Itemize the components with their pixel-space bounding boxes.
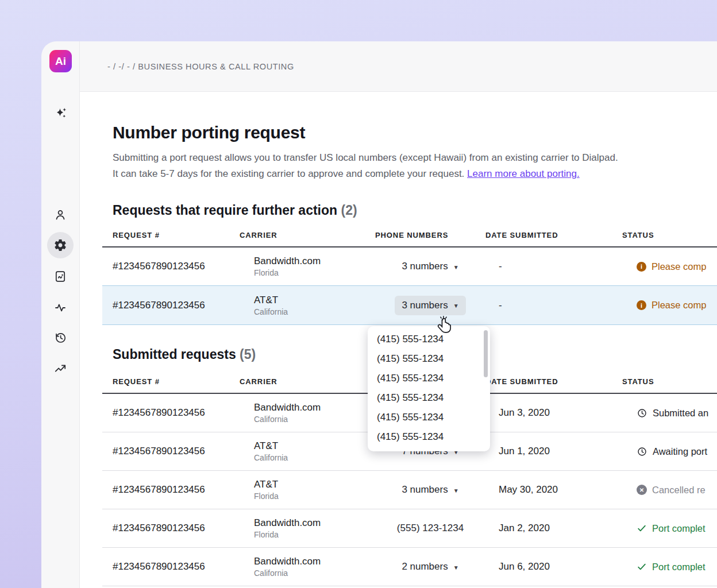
action-section-count: (2) (341, 203, 357, 218)
carrier-name: Bandwidth.com (254, 556, 375, 567)
analytics-trending-icon[interactable] (47, 355, 74, 382)
settings-gear-icon[interactable] (47, 232, 74, 258)
page-title: Number porting request (113, 123, 710, 142)
page-description: Submitting a port request allows you to … (113, 150, 710, 182)
activity-pulse-icon[interactable] (47, 294, 74, 320)
breadcrumb: - / -/ - / BUSINESS HOURS & CALL ROUTING (107, 62, 294, 71)
dialpad-ai-logo[interactable]: Ai (49, 50, 72, 72)
phone-numbers-dropdown[interactable]: 2 numbers▼ (395, 557, 465, 577)
date-submitted: May 30, 2020 (485, 484, 622, 496)
table-header-row: REQUEST # CARRIER PHONE NUMBERS DATE SUB… (102, 231, 717, 247)
request-number: #1234567890123456 (102, 484, 240, 496)
main-content: Number porting request Submitting a port… (80, 92, 717, 588)
carrier-name: Bandwidth.com (254, 402, 375, 413)
phone-numbers-menu: (415) 555-1234 (415) 555-1234 (415) 555-… (368, 326, 490, 451)
status-badge: iPlease comp (622, 261, 717, 272)
col-request: REQUEST # (102, 231, 240, 239)
request-number: #1234567890123456 (102, 446, 240, 457)
request-number: #1234567890123456 (102, 523, 240, 534)
carrier-state: Florida (254, 530, 375, 539)
phone-number: (555) 123-1234 (375, 523, 485, 534)
menu-item-phone[interactable]: (415) 555-1234 (368, 408, 490, 427)
table-row-selected[interactable]: #1234567890123456 AT&T California 3 numb… (102, 285, 717, 325)
carrier-name: AT&T (254, 295, 375, 306)
col-date: DATE SUBMITTED (485, 377, 622, 386)
chevron-down-icon: ▼ (453, 564, 459, 571)
col-status: STATUS (622, 377, 717, 386)
carrier-state: California (254, 415, 375, 424)
info-icon: i (637, 300, 646, 310)
request-number: #1234567890123456 (102, 300, 240, 311)
learn-more-link[interactable]: Learn more about porting. (467, 168, 580, 179)
date-submitted: - (485, 261, 622, 272)
description-line2: It can take 5-7 days for the existing ca… (113, 168, 464, 179)
action-requests-table: REQUEST # CARRIER PHONE NUMBERS DATE SUB… (102, 231, 717, 325)
sidebar: Ai (41, 41, 80, 588)
date-submitted: Jan 2, 2020 (485, 523, 622, 534)
status-badge: Awaiting port (622, 446, 717, 457)
chevron-down-icon: ▼ (453, 264, 459, 270)
phone-numbers-dropdown-open[interactable]: 3 numbers▼ (395, 296, 465, 315)
table-row[interactable]: #1234567890123456 Bandwidth.com Florida … (102, 509, 717, 548)
table-row[interactable]: #1234567890123456 Bandwidth.com Californ… (102, 548, 717, 586)
check-icon (637, 562, 647, 572)
description-line1: Submitting a port request allows you to … (113, 152, 618, 163)
status-badge: Port complet (622, 523, 717, 534)
menu-item-phone[interactable]: (415) 555-1234 (368, 349, 490, 369)
cancel-icon: ✕ (637, 485, 647, 495)
app-window: Ai (41, 41, 717, 588)
profile-icon[interactable] (47, 202, 74, 228)
carrier-state: California (254, 453, 375, 462)
top-bar: - / -/ - / BUSINESS HOURS & CALL ROUTING (80, 41, 717, 92)
carrier-state: California (254, 307, 375, 316)
col-phone: PHONE NUMBERS (375, 231, 485, 239)
carrier-name: AT&T (254, 440, 375, 452)
chevron-down-icon: ▼ (453, 303, 459, 309)
carrier-name: Bandwidth.com (254, 256, 375, 267)
ai-sparkles-icon[interactable] (47, 100, 74, 126)
status-badge: Port complet (622, 562, 717, 572)
col-status: STATUS (622, 231, 717, 239)
history-icon[interactable] (47, 324, 74, 351)
info-icon: i (637, 262, 646, 272)
date-submitted: Jun 1, 2020 (485, 446, 622, 457)
carrier-name: AT&T (254, 479, 375, 490)
col-date: DATE SUBMITTED (485, 231, 622, 239)
date-submitted: - (485, 300, 622, 311)
menu-item-phone[interactable]: (415) 555-1234 (368, 369, 490, 388)
phone-numbers-dropdown[interactable]: 3 numbers▼ (395, 257, 465, 276)
carrier-state: Florida (254, 268, 375, 277)
request-number: #1234567890123456 (102, 261, 240, 272)
carrier-state: Florida (254, 492, 375, 501)
phone-numbers-dropdown[interactable]: 3 numbers▼ (395, 480, 465, 500)
carrier-name: Bandwidth.com (254, 517, 375, 529)
date-submitted: Jun 3, 2020 (485, 407, 622, 419)
col-carrier: CARRIER (240, 231, 375, 239)
col-request: REQUEST # (102, 377, 240, 386)
chevron-down-icon: ▼ (453, 488, 459, 494)
date-submitted: Jun 6, 2020 (485, 561, 622, 572)
submitted-section-count: (5) (240, 347, 256, 362)
scrollbar-thumb[interactable] (484, 330, 488, 377)
table-row[interactable]: #1234567890123456 AT&T Florida 3 numbers… (102, 471, 717, 509)
mouse-cursor-hand-icon (435, 316, 453, 338)
status-badge: ✕Cancelled re (622, 485, 717, 496)
request-number: #1234567890123456 (102, 561, 240, 572)
table-row[interactable]: #1234567890123456 Bandwidth.com Florida … (102, 247, 717, 286)
col-carrier: CARRIER (240, 377, 375, 386)
status-badge: iPlease comp (622, 300, 717, 311)
action-section-title: Requests that require further action (2) (113, 203, 717, 218)
clock-icon (637, 446, 647, 457)
check-icon (637, 523, 647, 533)
clock-icon (637, 408, 647, 419)
status-badge: Submitted an (622, 408, 717, 419)
request-number: #1234567890123456 (102, 407, 240, 419)
menu-item-phone[interactable]: (415) 555-1234 (368, 388, 490, 408)
carrier-state: California (254, 568, 375, 578)
menu-item-phone[interactable]: (415) 555-1234 (368, 427, 490, 447)
menu-item-phone[interactable]: (415) 555-1234 (368, 330, 490, 349)
ai-notes-icon[interactable] (47, 263, 74, 289)
